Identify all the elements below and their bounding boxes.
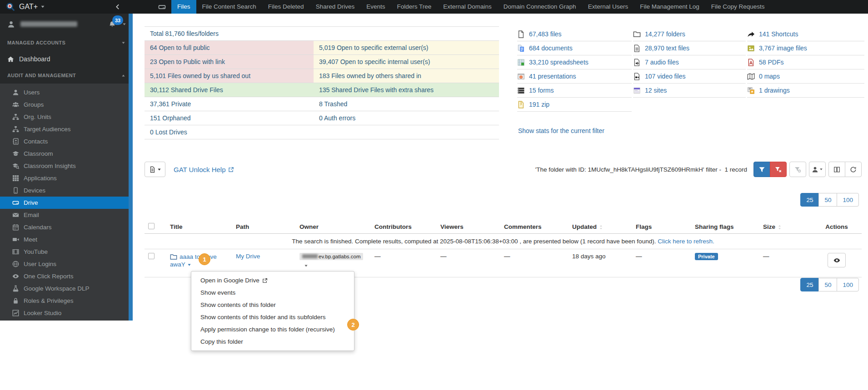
sidebar-item[interactable]: YouTube [0, 246, 133, 258]
page-size-50[interactable]: 50 [818, 193, 837, 207]
summary-cell[interactable]: 64 Open to full public [145, 41, 314, 55]
row-checkbox[interactable] [148, 253, 155, 259]
page-size-25[interactable]: 25 [800, 193, 819, 207]
scheduled-filter-button[interactable] [789, 162, 806, 177]
select-all-checkbox[interactable] [148, 223, 155, 229]
page-size-25[interactable]: 25 [800, 278, 819, 291]
sidebar-item[interactable]: One Click Reports [0, 270, 133, 282]
refresh-button[interactable] [845, 162, 862, 177]
stat-link[interactable]: 684 documents [517, 41, 632, 55]
path-link[interactable]: My Drive [236, 253, 260, 260]
section-managed-accounts[interactable]: MANAGED ACCOUNTS [0, 35, 133, 51]
sidebar-item[interactable]: Contacts [0, 135, 133, 148]
notifications[interactable]: 33 [109, 20, 116, 28]
column-header-size[interactable]: Size [759, 220, 812, 234]
stat-link[interactable]: 14,277 folders [633, 27, 746, 41]
summary-cell[interactable]: 5,101 Files owned by us shared out [145, 69, 314, 83]
section-audit-management[interactable]: AUDIT AND MANAGEMENT [0, 67, 133, 84]
sidebar-item[interactable]: Google Workspace DLP [0, 282, 133, 295]
chevron-down-icon[interactable] [122, 22, 126, 26]
sidebar-item[interactable]: Chrome OS Devices (legacy) [0, 319, 133, 321]
nav-tab[interactable]: External Users [582, 0, 634, 14]
sidebar-item[interactable]: Devices [0, 184, 133, 197]
sidebar-item[interactable]: Classroom Insights [0, 160, 133, 172]
page-size-50[interactable]: 50 [818, 278, 837, 291]
stat-link[interactable]: 58 PDFs [747, 55, 864, 69]
apply-filter-button[interactable] [753, 162, 770, 177]
sidebar-item[interactable]: User Logins [0, 258, 133, 270]
nav-tab[interactable]: Files Deleted [262, 0, 310, 14]
column-header-updated[interactable]: Updated [569, 220, 632, 234]
nav-tab[interactable]: File Management Log [634, 0, 705, 14]
chevron-down-icon[interactable] [40, 5, 45, 9]
sidebar-item[interactable]: Roles & Privileges [0, 295, 133, 307]
app-title[interactable]: GAT+ [19, 3, 38, 11]
nav-tab[interactable]: Files [171, 0, 196, 14]
context-menu-item[interactable]: Show contents of this folder [191, 299, 354, 311]
summary-cell[interactable]: 39,407 Open to specific internal user(s) [314, 55, 499, 69]
owner-email[interactable]: ev.bp.gatlabs.com [299, 253, 363, 260]
summary-cell[interactable]: 135 Shared Drive Files with extra shares [314, 83, 499, 97]
stat-link[interactable]: 67,483 files [517, 27, 632, 41]
sidebar-item[interactable]: Target Audiences [0, 123, 133, 135]
stat-link[interactable]: 0 maps [747, 69, 864, 84]
stat-link[interactable]: 7 audio files [633, 55, 746, 69]
stat-link[interactable]: 41 presentations [517, 69, 632, 84]
sidebar-item[interactable]: Drive [0, 197, 133, 209]
stat-link[interactable]: 15 forms [517, 84, 632, 98]
nav-tab[interactable]: Folders Tree [391, 0, 437, 14]
clear-filter-button[interactable] [770, 162, 787, 177]
stat-link[interactable]: 28,970 text files [633, 41, 746, 55]
sidebar-item[interactable]: Org. Units [0, 111, 133, 123]
nav-tab[interactable]: Domain Connection Graph [498, 0, 582, 14]
sidebar-item[interactable]: Users [0, 86, 133, 99]
nav-tab[interactable]: Events [360, 0, 391, 14]
sidebar-collapse-icon[interactable] [115, 4, 121, 10]
view-details-button[interactable] [828, 253, 846, 267]
user-menu[interactable]: 33 [0, 14, 133, 35]
summary-cell[interactable]: 8 Trashed [314, 97, 499, 111]
stat-link[interactable]: 1 drawings [747, 84, 864, 98]
stat-link[interactable]: 33,210 spreadsheets [517, 55, 632, 69]
sidebar-item[interactable]: Classroom [0, 148, 133, 160]
sidebar-item[interactable]: Looker Studio [0, 307, 133, 319]
nav-tab[interactable]: External Domains [437, 0, 498, 14]
summary-cell[interactable]: 0 Auth errors [314, 111, 499, 125]
refresh-results-link[interactable]: Click here to refresh. [658, 238, 714, 245]
summary-cell[interactable] [314, 125, 499, 139]
summary-cell[interactable]: 37,361 Private [145, 97, 314, 111]
summary-cell[interactable]: 30,112 Shared Drive Files [145, 83, 314, 97]
page-size-100[interactable]: 100 [837, 193, 859, 207]
column-toggle-button[interactable] [828, 162, 845, 177]
stat-link[interactable]: 12 sites [633, 84, 746, 98]
context-menu-item[interactable]: Show contents of this folder and its sub… [191, 311, 354, 323]
nav-tab[interactable]: File Copy Requests [705, 0, 771, 14]
sidebar-item[interactable]: Calendars [0, 221, 133, 233]
user-actions-button[interactable] [809, 162, 826, 177]
stat-link[interactable]: 141 Shortcuts [747, 27, 864, 41]
stat-link[interactable]: 107 video files [633, 69, 746, 84]
summary-cell[interactable]: 183 Files owned by others shared in [314, 69, 499, 83]
page-size-100[interactable]: 100 [837, 278, 859, 291]
gat-unlock-help-link[interactable]: GAT Unlock Help [174, 166, 234, 173]
context-menu-item[interactable]: Copy this folder [191, 336, 354, 348]
sidebar-item[interactable]: Email [0, 209, 133, 221]
context-menu-item[interactable]: Open in Google Drive [191, 274, 354, 286]
nav-tab[interactable]: Shared Drives [310, 0, 361, 14]
sidebar-item[interactable]: Applications [0, 172, 133, 184]
nav-tab[interactable]: File Content Search [196, 0, 262, 14]
sidebar-scrollbar[interactable] [129, 14, 133, 321]
context-menu-item[interactable]: Show events [191, 286, 354, 299]
summary-cell[interactable]: 5,019 Open to specific external user(s) [314, 41, 499, 55]
export-button[interactable] [145, 162, 165, 177]
summary-cell[interactable]: 23 Open to Public with link [145, 55, 314, 69]
sidebar-item-dashboard[interactable]: Dashboard [0, 51, 133, 67]
summary-cell[interactable]: 151 Orphaned [145, 111, 314, 125]
sidebar-item[interactable]: Groups [0, 99, 133, 111]
stat-link[interactable]: 191 zip [517, 98, 632, 112]
title-dropdown-caret-icon[interactable] [187, 263, 191, 267]
summary-cell[interactable]: 0 Lost Drives [145, 125, 314, 139]
sidebar-item[interactable]: Meet [0, 233, 133, 246]
stat-link[interactable]: 3,767 image files [747, 41, 864, 55]
context-menu-item[interactable]: Apply permission change to this folder (… [191, 323, 354, 336]
